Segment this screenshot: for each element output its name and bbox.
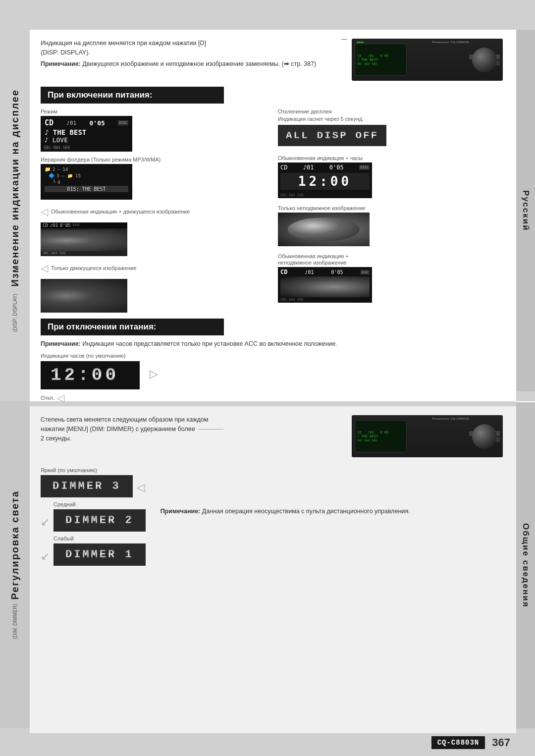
dimmer3-block: Яркий (по умолчанию) DIMMER 3: [41, 467, 133, 497]
bottom-note-text: Степень света меняется следующим образом…: [41, 415, 342, 443]
all-disp-off-label2: Индикация гаснет через 5 секунд.: [278, 116, 505, 122]
bottom-note-area: Степень света меняется следующим образом…: [41, 415, 505, 457]
dimmer1-label: Слабый: [54, 536, 146, 541]
top-note-line1: Индикация на дисплее меняется при каждом…: [41, 39, 342, 48]
left-label-bottom: Регулировка света (DIM: DIMMER): [0, 401, 30, 728]
main-section-label: Изменение индикации на дисплее: [9, 89, 21, 287]
still-frame: [278, 213, 370, 246]
power-on-content: Режим CD ♪01 0'05 DISC ♪ THE BEST ♪ LOVE…: [41, 108, 505, 313]
all-disp-off-text: ALL DISP OFF: [286, 130, 378, 141]
power-off-content: Примечание: Индикация часов представляет…: [41, 339, 505, 404]
left-label-top: Изменение индикации на дисплее (DISP: DI…: [0, 30, 30, 391]
only-motion-frame: [41, 279, 127, 313]
dimmer1-row: ↙ Слабый DIMMER 1: [41, 536, 146, 566]
off-row: Откл. ◁: [41, 392, 140, 404]
device-dial: [472, 48, 497, 72]
clock-time: 12:00: [280, 173, 370, 190]
arrow-only-motion: ◁: [41, 262, 48, 274]
dimmer2-text: DIMMER 2: [65, 514, 134, 527]
folder-row: Иерархия фолдера (Только режима MP3/WMA)…: [41, 157, 268, 200]
power-on-left: Режим CD ♪01 0'05 DISC ♪ THE BEST ♪ LOVE…: [41, 108, 268, 313]
device-image-top: CD ♪01 0'05 ♪ THE BEST SBC SW4 S09: [352, 39, 505, 81]
dimmer2-display: DIMMER 2: [54, 509, 146, 532]
cd-display-main: CD ♪01 0'05 DISC ♪ THE BEST ♪ LOVE SBC-S…: [41, 116, 132, 152]
dimmer2-block: Средний DIMMER 2: [54, 501, 146, 532]
power-off-clock-label: Индикация часов (по умолчанию): [41, 353, 140, 359]
only-motion-row: ◁ Только движущееся изображение: [41, 262, 268, 274]
power-on-right: Отключение дисплея Индикация гаснет чере…: [278, 108, 505, 313]
dimmer1-text: DIMMER 1: [65, 548, 134, 561]
power-off-row: Индикация часов (по умолчанию) 12:00 Отк…: [41, 353, 505, 404]
dimmer-down-arrow2: ↙: [41, 550, 50, 563]
bottom-intro3: 2 секунды.: [41, 434, 342, 443]
top-note-text: Индикация на дисплее меняется при каждом…: [41, 39, 342, 68]
dimmer3-text: DIMMER 3: [53, 480, 121, 492]
power-off-note: Примечание: Индикация часов представляет…: [41, 339, 505, 349]
right-label-general: Общие сведения: [516, 401, 535, 728]
off-arrow: ◁: [57, 392, 64, 404]
section-power-off-header: При отключении питания:: [41, 319, 224, 335]
off-label: Откл.: [41, 395, 54, 401]
russian-label: Русский: [521, 190, 531, 231]
motion-label: Обыкновенная индикация + движущееся изоб…: [51, 209, 190, 215]
bottom-note-right: Примечание: Данная операция неосуществим…: [160, 507, 505, 516]
bottom-section-sublabel: (DIM: DIMMER): [12, 604, 18, 639]
power-off-clock-display: 12:00: [41, 361, 140, 389]
power-off-clock-section: Индикация часов (по умолчанию) 12:00 Отк…: [41, 353, 140, 404]
dimmer3-row: Яркий (по умолчанию) DIMMER 3 ◁: [41, 467, 146, 497]
arrow-motion: ◁: [41, 206, 48, 217]
right-label-russian: Русский: [516, 30, 535, 391]
bottom-section-label: Регулировка света: [9, 490, 21, 600]
mode-display-row: Режим CD ♪01 0'05 DISC ♪ THE BEST ♪ LOVE…: [41, 108, 268, 152]
dimmer2-label: Средний: [54, 501, 146, 507]
folder-label: Иерархия фолдера (Только режима MP3/WMA): [41, 157, 268, 162]
model-badge: CQ-C8803N: [431, 736, 485, 749]
device-image-bottom: CD ♪01 0'05 ♪ THE BEST SBC SW4 S09: [352, 415, 505, 457]
clock-label: Обыкновенная индикация + часы: [278, 155, 505, 161]
only-motion-label: Только движущееся изображение: [51, 265, 137, 271]
motion-row: ◁ Обыкновенная индикация + движущееся из…: [41, 206, 268, 217]
still-label: Только неподвижное изображение: [278, 205, 505, 211]
footer: CQ-C8803N 367: [431, 736, 510, 749]
bottom-section: Степень света меняется следующим образом…: [30, 406, 516, 733]
dimmer-area: Яркий (по умолчанию) DIMMER 3 ◁ ↙ Средни…: [41, 467, 505, 566]
top-note-area: Индикация на дисплее меняется при каждом…: [41, 39, 505, 81]
all-disp-off-display: ALL DISP OFF: [278, 125, 386, 146]
combined-label1: Обыкновенная индикация +: [278, 253, 505, 259]
dimmer-controls: Яркий (по умолчанию) DIMMER 3 ◁ ↙ Средни…: [41, 467, 146, 566]
panasonic-logo: Panasonic CQ-C8803N: [432, 41, 469, 44]
still-section: Только неподвижное изображение: [278, 205, 505, 246]
all-disp-off-section: Отключение дисплея Индикация гаснет чере…: [278, 108, 505, 146]
top-section: Индикация на дисплее меняется при каждом…: [30, 30, 516, 401]
general-label: Общие сведения: [521, 523, 531, 608]
section-power-on-header: При включении питания:: [41, 87, 224, 104]
mode-label: Режим: [41, 108, 268, 114]
power-off-clock-time: 12:00: [51, 365, 130, 385]
top-note-line2: (DISP: DISPLAY).: [41, 48, 342, 57]
combined-display: CD ♪01 0'05 DISC SBC-SW4 S09: [278, 267, 372, 303]
bottom-note-final: Примечание: Данная операция неосуществим…: [160, 507, 505, 516]
dimmer1-block: Слабый DIMMER 1: [54, 536, 146, 566]
clock-section: Обыкновенная индикация + часы CD ♪01 0'0…: [278, 155, 505, 198]
dimmer3-arrow-left: ◁: [137, 481, 145, 494]
main-section-sublabel: (DISP: DISPLAY): [12, 294, 18, 332]
dimmer3-display: DIMMER 3: [41, 475, 133, 497]
bottom-intro2: нажатии [MENU] (DIM: DIMMER) с удержание…: [41, 425, 342, 434]
dimmer1-display: DIMMER 1: [54, 543, 146, 566]
dimmer3-label: Яркий (по умолчанию): [41, 467, 133, 473]
top-note-note: Примечание: Движущееся изображение и неп…: [41, 59, 342, 69]
dimmer2-row: ↙ Средний DIMMER 2: [41, 501, 146, 532]
dimmer-down-arrow: ↙: [41, 516, 50, 529]
all-disp-off-label1: Отключение дисплея: [278, 108, 505, 114]
combined-label2: неподвижное изображение: [278, 260, 505, 266]
bottom-intro1: Степень света меняется следующим образом…: [41, 415, 342, 425]
page-number: 367: [492, 736, 510, 749]
power-off-arrow: ▷: [150, 368, 158, 380]
motion-video-frame: CD♪010'05DISC SBC-SW4 S09: [41, 222, 127, 256]
combined-section: Обыкновенная индикация + неподвижное изо…: [278, 253, 505, 303]
folder-display: 📁2 — 14 🔷3 — 📁 15 └4 015: THE BEST: [41, 164, 132, 200]
clock-display: CD ♪01 0'05 DISC 12:00 SBC-SW4 S09: [278, 162, 372, 198]
